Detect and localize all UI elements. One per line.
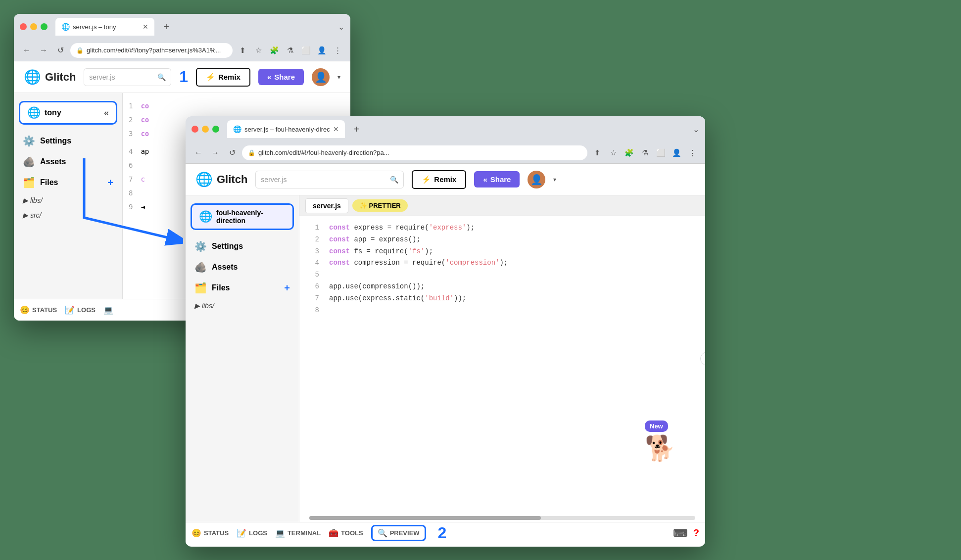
address-bar-tony[interactable]: 🔒 glitch.com/edit/#!/tony?path=server.js…	[70, 43, 233, 58]
code-line-6: 6 app.use(compression());	[309, 281, 695, 293]
code-content-foul: 1 const express = require('express'); 2 …	[299, 216, 705, 514]
address-bar-foul[interactable]: 🔒 glitch.com/edit/#!/foul-heavenly-direc…	[242, 145, 587, 160]
status-item-status-foul[interactable]: 😊 STATUS	[192, 528, 229, 538]
status-item-logs-foul[interactable]: 📝 LOGS	[237, 528, 267, 538]
share-button-foul[interactable]: « Share	[474, 171, 520, 187]
step1-badge: 1	[179, 68, 188, 86]
search-bar-tony[interactable]: server.js 🔍	[84, 68, 171, 86]
tab-foul[interactable]: 🌐 server.js – foul-heavenly-direc ✕	[227, 120, 345, 138]
new-tab-button-foul[interactable]: +	[349, 121, 365, 137]
sidebar-item-files-foul[interactable]: 🗂️ Files +	[186, 278, 299, 298]
status-item-status-tony[interactable]: 😊 STATUS	[20, 305, 57, 315]
minimize-button[interactable]	[30, 23, 37, 30]
tab-tony[interactable]: 🌐 server.js – tony ✕	[55, 18, 154, 36]
glitch-logo-foul: 🌐 Glitch	[195, 171, 247, 187]
more-icon-foul[interactable]: ⋮	[685, 146, 699, 160]
chrome-icons-foul: ⬆ ☆ 🧩 ⚗ ⬜ 👤 ⋮	[590, 146, 699, 160]
project-icon-foul: 🌐	[199, 210, 212, 223]
status-bar-foul: 😊 STATUS 📝 LOGS 💻 TERMINAL 🧰 TOOLS 🔍 PRE…	[186, 522, 705, 544]
sidebar-settings-label-foul: Settings	[212, 242, 243, 251]
close-button[interactable]	[20, 23, 27, 30]
dog-mascot: 🐕	[645, 434, 675, 463]
refresh-button-tony[interactable]: ↺	[53, 44, 67, 57]
project-selector-foul[interactable]: 🌐 foul-heavenly-direction	[191, 203, 294, 230]
status-item-tools-foul[interactable]: 🧰 TOOLS	[329, 528, 363, 538]
status-item-logs-tony[interactable]: 📝 LOGS	[65, 305, 96, 315]
maximize-button[interactable]	[41, 23, 48, 30]
editor-tab-serverjs[interactable]: server.js	[305, 198, 348, 213]
collapse-btn-tony[interactable]: «	[104, 108, 109, 118]
profile-icon-foul[interactable]: 👤	[670, 146, 683, 160]
chrome-icons-tony: ⬆ ☆ 🧩 ⚗ ⬜ 👤 ⋮	[236, 44, 344, 57]
folder-libs-foul[interactable]: ▶ libs/	[186, 298, 299, 313]
avatar-foul[interactable]: 👤	[528, 171, 545, 188]
forward-button-foul[interactable]: →	[208, 146, 222, 160]
project-selector-tony[interactable]: 🌐 tony «	[19, 101, 117, 125]
glitch-logo-icon-tony: 🌐	[24, 69, 41, 85]
titlebar-foul: 🌐 server.js – foul-heavenly-direc ✕ + ⌄	[186, 116, 705, 142]
lock-icon-tony: 🔒	[76, 47, 84, 54]
code-line-3: 3 const fs = require('fs');	[309, 246, 695, 258]
extensions-icon-foul[interactable]: 🧩	[622, 146, 636, 160]
tab-menu-foul[interactable]: ⌄	[693, 125, 699, 134]
search-icon-tony: 🔍	[157, 73, 166, 81]
prettier-button[interactable]: ✨ PRETTIER	[352, 199, 408, 212]
share-icon-tony[interactable]: ⬆	[236, 44, 249, 57]
extensions-icon-tony[interactable]: 🧩	[267, 44, 281, 57]
tab-close-foul[interactable]: ✕	[333, 125, 339, 133]
tab-close-tony[interactable]: ✕	[143, 23, 148, 31]
annotation-arrow	[35, 143, 183, 257]
sidebar-item-settings-foul[interactable]: ⚙️ Settings	[186, 236, 299, 257]
window-icon-foul[interactable]: ⬜	[654, 146, 668, 160]
close-button-foul[interactable]	[192, 126, 198, 133]
back-button-foul[interactable]: ←	[192, 146, 205, 160]
back-button-tony[interactable]: ←	[20, 44, 34, 57]
lightning-icon-remix-foul: ⚡	[422, 175, 431, 184]
flask-icon-tony[interactable]: ⚗	[283, 44, 297, 57]
minimize-button-foul[interactable]	[202, 126, 209, 133]
browser-window-foul: 🌐 server.js – foul-heavenly-direc ✕ + ⌄ …	[186, 116, 705, 547]
code-scrollbar-foul[interactable]	[309, 516, 695, 520]
search-placeholder-tony: server.js	[89, 73, 115, 81]
addressbar-tony: ← → ↺ 🔒 glitch.com/edit/#!/tony?path=ser…	[14, 40, 350, 61]
search-bar-foul[interactable]: server.js 🔍	[255, 171, 404, 188]
new-tab-button-tony[interactable]: +	[158, 19, 174, 35]
add-file-btn-foul[interactable]: +	[284, 282, 290, 294]
flask-icon-foul[interactable]: ⚗	[638, 146, 652, 160]
code-line-7: 7 app.use(express.static('build'));	[309, 293, 695, 305]
status-item-keyboard-foul[interactable]: ⌨	[673, 527, 687, 539]
profile-icon-tony[interactable]: 👤	[315, 44, 329, 57]
bookmark-icon-foul[interactable]: ☆	[606, 146, 620, 160]
share-icon-foul-chrome[interactable]: ⬆	[590, 146, 604, 160]
dropdown-arrow-foul[interactable]: ▾	[553, 176, 556, 183]
avatar-tony[interactable]: 👤	[312, 68, 330, 86]
remix-button-foul[interactable]: ⚡ Remix	[412, 170, 466, 189]
status-item-terminal-foul[interactable]: 💻 TERMINAL	[275, 528, 321, 538]
tab-menu-tony[interactable]: ⌄	[338, 22, 344, 32]
project-icon-tony: 🌐	[27, 106, 41, 119]
status-item-preview-foul[interactable]: 🔍 PREVIEW	[371, 525, 426, 541]
status-item-terminal-tony[interactable]: 💻	[103, 305, 113, 315]
more-icon-tony[interactable]: ⋮	[331, 44, 344, 57]
share-button-tony[interactable]: « Share	[258, 69, 304, 85]
dropdown-arrow-tony[interactable]: ▾	[337, 74, 340, 81]
glitch-header-tony: 🌐 Glitch server.js 🔍 1 ⚡ Remix « Share 👤…	[14, 61, 350, 93]
bookmark-icon-tony[interactable]: ☆	[251, 44, 265, 57]
lightning-icon-remix-tony: ⚡	[206, 73, 215, 82]
code-scrollbar-thumb-foul	[309, 516, 541, 520]
code-line-2: 2 const app = express();	[309, 234, 695, 246]
tab-favicon-foul: 🌐	[233, 125, 241, 133]
status-item-help-foul[interactable]: ?	[693, 527, 699, 539]
keyboard-icon: ⌨	[673, 527, 687, 539]
remix-button-tony[interactable]: ⚡ Remix	[196, 68, 250, 87]
sidebar-item-assets-foul[interactable]: 🪨 Assets	[186, 257, 299, 278]
window-icon-tony[interactable]: ⬜	[299, 44, 313, 57]
traffic-lights-tony	[20, 23, 48, 30]
editor-tabs-foul: server.js ✨ PRETTIER	[299, 195, 705, 216]
addressbar-foul: ← → ↺ 🔒 glitch.com/edit/#!/foul-heavenly…	[186, 142, 705, 164]
glitch-logo-text-tony: Glitch	[45, 71, 76, 84]
maximize-button-foul[interactable]	[212, 126, 219, 133]
forward-button-tony[interactable]: →	[37, 44, 50, 57]
refresh-button-foul[interactable]: ↺	[225, 146, 239, 160]
sidebar-files-label-foul: Files	[212, 283, 230, 292]
